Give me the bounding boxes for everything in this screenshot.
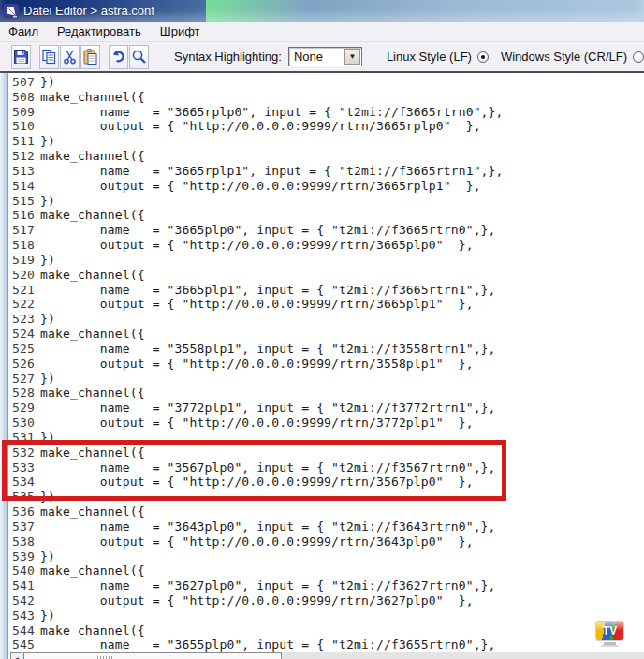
- combo-dropdown-button[interactable]: ▼: [344, 49, 360, 65]
- line-number: 542: [10, 593, 35, 608]
- code-line[interactable]: 518 output = { "http://0.0.0.0:9999/rtrn…: [10, 238, 644, 253]
- line-number: 529: [10, 401, 35, 416]
- code-line[interactable]: 525 name = "3558plp1", input = { "t2mi:/…: [10, 342, 644, 357]
- line-number: 517: [10, 223, 35, 238]
- undo-button[interactable]: [109, 45, 128, 69]
- code-area[interactable]: 507})508make_channel({509 name = "3665rp…: [10, 73, 644, 652]
- menu-font[interactable]: Шрифт: [151, 22, 210, 40]
- code-line[interactable]: 513 name = "3665rplp1", input = { "t2mi:…: [10, 164, 644, 179]
- line-number: 544: [10, 623, 35, 638]
- code-line[interactable]: 530 output = { "http://0.0.0.0:9999/rtrn…: [10, 416, 644, 431]
- code-line[interactable]: 526 output = { "http://0.0.0.0:9999/rtrn…: [10, 357, 644, 372]
- line-number: 518: [10, 238, 35, 253]
- line-number: 514: [10, 179, 35, 194]
- code-line[interactable]: 535}): [10, 490, 644, 505]
- code-line[interactable]: 524make_channel({: [10, 327, 644, 342]
- code-line[interactable]: 517 name = "3665plp0", input = { "t2mi:/…: [10, 223, 644, 238]
- code-line[interactable]: 529 name = "3772plp1", input = { "t2mi:/…: [10, 401, 644, 416]
- code-line[interactable]: 532make_channel({: [10, 446, 644, 461]
- code-line[interactable]: 510 output = { "http://0.0.0.0:9999/rtrn…: [10, 119, 644, 134]
- line-text: make_channel({: [40, 564, 145, 578]
- line-number: 528: [10, 386, 35, 401]
- line-text: name = "3567plp0", input = { "t2mi://f35…: [40, 461, 496, 476]
- code-line[interactable]: 507}): [10, 75, 644, 90]
- syntax-highlighting-select[interactable]: None ▼: [288, 47, 362, 66]
- code-line[interactable]: 515}): [10, 194, 644, 209]
- code-line[interactable]: 541 name = "3627plp0", input = { "t2mi:/…: [10, 578, 644, 593]
- line-number: 535: [10, 490, 35, 505]
- line-text: output = { "http://0.0.0.0:9999/rtrn/366…: [40, 297, 474, 312]
- save-button[interactable]: [11, 45, 31, 69]
- line-number: 522: [10, 297, 35, 312]
- line-number: 534: [10, 475, 35, 490]
- code-line[interactable]: 511}): [10, 134, 644, 149]
- linux-style-radio[interactable]: [477, 51, 489, 63]
- line-text: make_channel({: [40, 386, 145, 401]
- line-number: 539: [10, 549, 35, 564]
- linux-style-label: Linux Style (LF): [387, 50, 472, 64]
- toolbar: Syntax Highlighting: None ▼ Linux Style …: [0, 42, 644, 73]
- code-line[interactable]: 538 output = { "http://0.0.0.0:9999/rtrn…: [10, 535, 644, 549]
- horizontal-scrollbar[interactable]: ◀: [10, 652, 644, 659]
- code-line[interactable]: 521 name = "3665plp1", input = { "t2mi:/…: [10, 283, 644, 298]
- satellite-dish-icon: [4, 4, 19, 19]
- line-text: output = { "http://0.0.0.0:9999/rtrn/366…: [40, 238, 474, 253]
- paste-button[interactable]: [80, 45, 100, 69]
- code-line[interactable]: 519}): [10, 253, 644, 268]
- line-number: 513: [10, 164, 35, 179]
- line-number: 507: [10, 75, 35, 90]
- line-number: 536: [10, 505, 35, 520]
- line-number: 527: [10, 372, 35, 387]
- scroll-left-button[interactable]: ◀: [10, 652, 22, 659]
- line-text: name = "3558plp1", input = { "t2mi://f35…: [40, 342, 496, 357]
- line-number: 508: [10, 90, 35, 105]
- code-line[interactable]: 536make_channel({: [10, 505, 644, 520]
- line-text: name = "3772plp1", input = { "t2mi://f37…: [40, 401, 496, 416]
- code-line[interactable]: 531}): [10, 431, 644, 446]
- menu-file[interactable]: Фаил: [0, 22, 48, 40]
- code-line[interactable]: 533 name = "3567plp0", input = { "t2mi:/…: [10, 461, 644, 476]
- code-line[interactable]: 544make_channel({: [10, 623, 644, 638]
- code-line[interactable]: 522 output = { "http://0.0.0.0:9999/rtrn…: [10, 297, 644, 312]
- line-text: }): [40, 431, 55, 446]
- line-text: output = { "http://0.0.0.0:9999/rtrn/377…: [40, 416, 474, 431]
- code-line[interactable]: 512make_channel({: [10, 149, 644, 164]
- windows-style-radio[interactable]: [633, 51, 644, 63]
- code-line[interactable]: 540make_channel({: [10, 564, 644, 578]
- line-text: }): [40, 549, 55, 564]
- code-line[interactable]: 543}): [10, 608, 644, 623]
- code-line[interactable]: 509 name = "3665rplp0", input = { "t2mi:…: [10, 105, 644, 120]
- search-button[interactable]: [129, 45, 149, 69]
- line-text: output = { "http://0.0.0.0:9999/rtrn/362…: [40, 593, 474, 608]
- floppy-save-icon: [12, 48, 30, 66]
- line-text: }): [40, 608, 55, 623]
- code-line[interactable]: 534 output = { "http://0.0.0.0:9999/rtrn…: [10, 475, 644, 490]
- windows-style-label: Windows Style (CR/LF): [501, 50, 627, 64]
- scrollbar-thumb[interactable]: [23, 652, 282, 659]
- line-number: 509: [10, 105, 35, 120]
- line-number: 541: [10, 578, 35, 593]
- tv-logo-text: TV: [596, 624, 623, 637]
- menu-edit[interactable]: Редактировать: [48, 22, 151, 40]
- cut-button[interactable]: [60, 45, 80, 69]
- code-line[interactable]: 514 output = { "http://0.0.0.0:9999/rtrn…: [10, 179, 644, 194]
- code-line[interactable]: 527}): [10, 372, 644, 387]
- code-line[interactable]: 539}): [10, 549, 644, 564]
- code-line[interactable]: 508make_channel({: [10, 90, 644, 105]
- tv-logo-base: [601, 645, 619, 647]
- line-number: 516: [10, 208, 35, 223]
- code-line[interactable]: 528make_channel({: [10, 386, 644, 401]
- line-number: 540: [10, 564, 35, 578]
- menu-bar: Фаил Редактировать Шрифт: [0, 22, 644, 42]
- line-text: }): [40, 194, 55, 209]
- code-line[interactable]: 537 name = "3643plp0", input = { "t2mi:/…: [10, 520, 644, 535]
- code-line[interactable]: 516make_channel({: [10, 208, 644, 223]
- copy-button[interactable]: [39, 45, 59, 69]
- code-line[interactable]: 542 output = { "http://0.0.0.0:9999/rtrn…: [10, 593, 644, 608]
- line-text: output = { "http://0.0.0.0:9999/rtrn/366…: [40, 119, 481, 134]
- code-line[interactable]: 545 name = "3655plp0", input = { "t2mi:/…: [10, 637, 644, 652]
- code-line[interactable]: 520make_channel({: [10, 268, 644, 283]
- code-line[interactable]: 523}): [10, 312, 644, 327]
- line-text: }): [40, 75, 55, 90]
- line-number: 538: [10, 535, 35, 549]
